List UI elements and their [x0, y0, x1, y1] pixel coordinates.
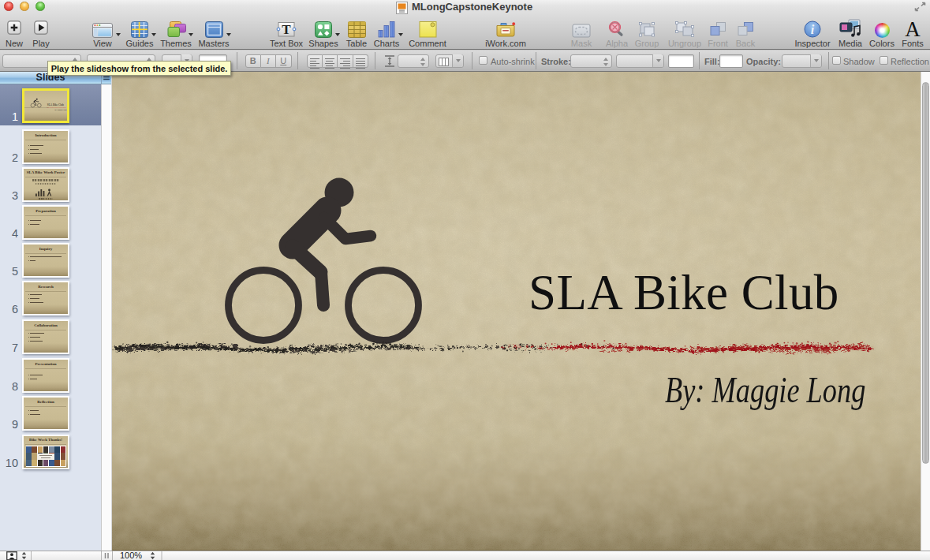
svg-text:100%: 100%	[120, 551, 142, 560]
svg-text:A: A	[905, 20, 921, 38]
svg-text:i: i	[811, 23, 815, 36]
svg-text:SLA Bike Club: SLA Bike Club	[47, 103, 64, 106]
svg-text:T: T	[282, 22, 291, 37]
svg-text:By: Maggie Long: By: Maggie Long	[54, 109, 67, 110]
